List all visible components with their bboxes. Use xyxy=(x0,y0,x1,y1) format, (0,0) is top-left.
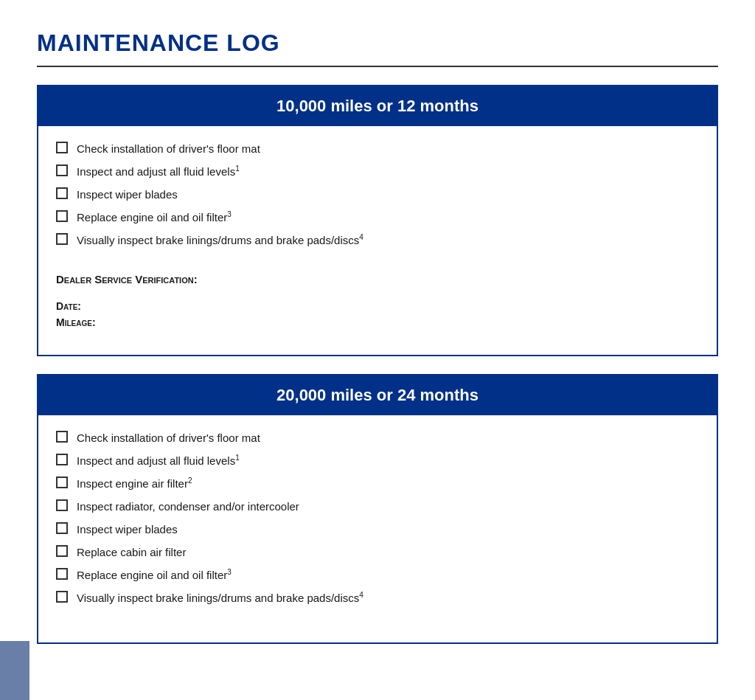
checkbox-icon[interactable] xyxy=(56,431,68,443)
page-title: MAINTENANCE LOG xyxy=(37,30,718,57)
dealer-section-10k: Dealer Service Verification: Date: Milea… xyxy=(56,266,699,328)
title-divider xyxy=(37,66,718,67)
checkbox-icon[interactable] xyxy=(56,591,68,603)
checkbox-icon[interactable] xyxy=(56,164,68,176)
section-20k-header: 20,000 miles or 24 months xyxy=(38,375,717,415)
list-item: Inspect and adjust all fluid levels1 xyxy=(56,164,699,179)
section-10k-body: Check installation of driver's floor mat… xyxy=(38,126,717,355)
checkbox-icon[interactable] xyxy=(56,477,68,488)
dealer-verification-label: Dealer Service Verification: xyxy=(56,273,699,285)
list-item: Visually inspect brake linings/drums and… xyxy=(56,590,699,606)
list-item: Visually inspect brake linings/drums and… xyxy=(56,232,699,248)
checkbox-icon[interactable] xyxy=(56,233,68,245)
list-item: Replace cabin air filter xyxy=(56,544,699,560)
checkbox-icon[interactable] xyxy=(56,142,68,153)
checkbox-icon[interactable] xyxy=(56,499,68,511)
checkbox-icon[interactable] xyxy=(56,545,68,557)
list-item: Inspect radiator, condenser and/or inter… xyxy=(56,499,699,514)
list-item: Inspect and adjust all fluid levels1 xyxy=(56,453,699,468)
mileage-label: Mileage: xyxy=(56,316,699,328)
list-item: Replace engine oil and oil filter3 xyxy=(56,567,699,583)
list-item: Inspect wiper blades xyxy=(56,187,699,202)
checkbox-icon[interactable] xyxy=(56,210,68,222)
list-item: Inspect wiper blades xyxy=(56,521,699,537)
checkbox-icon[interactable] xyxy=(56,568,68,580)
section-10k-header: 10,000 miles or 12 months xyxy=(38,86,717,126)
section-10k: 10,000 miles or 12 months Check installa… xyxy=(37,85,718,356)
date-label: Date: xyxy=(56,300,699,312)
decorative-block xyxy=(0,641,29,700)
checklist-20k: Check installation of driver's floor mat… xyxy=(56,430,699,606)
section-20k: 20,000 miles or 24 months Check installa… xyxy=(37,374,718,644)
checkbox-icon[interactable] xyxy=(56,454,68,465)
list-item: Replace engine oil and oil filter3 xyxy=(56,209,699,225)
list-item: Check installation of driver's floor mat xyxy=(56,141,699,156)
list-item: Check installation of driver's floor mat xyxy=(56,430,699,446)
section-20k-body: Check installation of driver's floor mat… xyxy=(38,415,717,642)
checklist-10k: Check installation of driver's floor mat… xyxy=(56,141,699,248)
checkbox-icon[interactable] xyxy=(56,522,68,534)
checkbox-icon[interactable] xyxy=(56,187,68,199)
list-item: Inspect engine air filter2 xyxy=(56,476,699,491)
